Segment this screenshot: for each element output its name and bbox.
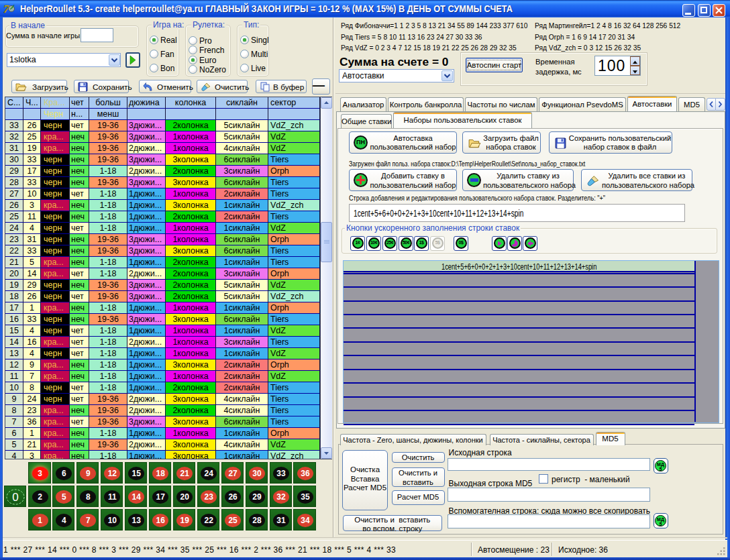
svg-text:0: 0 xyxy=(12,491,18,504)
